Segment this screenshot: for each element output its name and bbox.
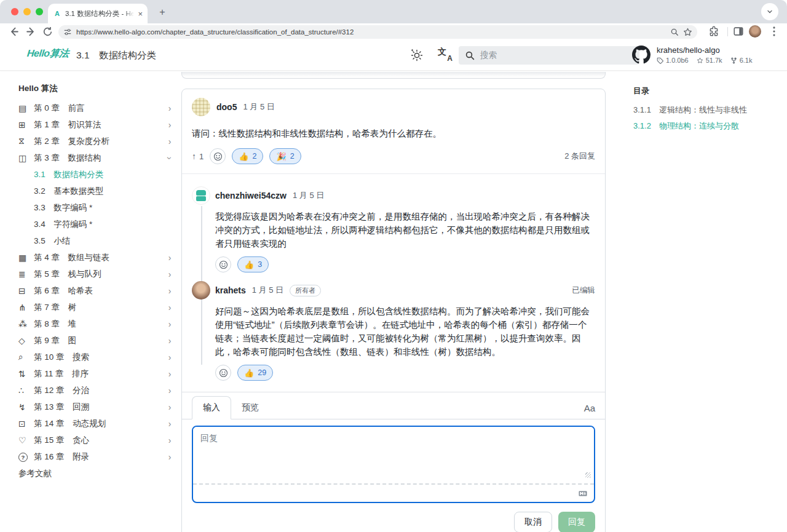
- search-input[interactable]: 搜索: [459, 46, 639, 65]
- comment-author[interactable]: doo5: [216, 102, 237, 112]
- sidebar-item-ch14[interactable]: ⊡ 第 14 章 动态规划: [18, 415, 173, 432]
- sidebar-item-ch1[interactable]: ⊞ 第 1 章 初识算法: [18, 116, 173, 133]
- sidebar-item-ch12[interactable]: ∴ 第 12 章 分治: [18, 382, 173, 399]
- site-settings-icon[interactable]: [63, 28, 72, 36]
- reaction-thumbs-up[interactable]: 👍 29: [237, 365, 273, 381]
- browser-profile-avatar[interactable]: [749, 25, 761, 38]
- sidebar-item-ch7[interactable]: ⋔ 第 7 章 树: [18, 299, 173, 316]
- reaction-thumbs-up[interactable]: 👍 2: [232, 148, 263, 164]
- upvote-button[interactable]: ↑ 1: [192, 151, 204, 161]
- add-reaction-button[interactable]: [215, 365, 231, 381]
- avatar[interactable]: [192, 186, 210, 205]
- translate-icon[interactable]: 文A: [438, 47, 453, 62]
- comment: doo5 1 月 5 日 请问：线性数据结构和非线性数据结构，哈希表为什么都存在…: [182, 89, 605, 174]
- sidebar-item-ch5[interactable]: ≣ 第 5 章 栈与队列: [18, 266, 173, 282]
- thumbs-up-icon: 👍: [244, 369, 254, 377]
- tag-icon: [657, 57, 663, 64]
- attachment-dropzone[interactable]: [193, 483, 594, 502]
- sidebar-item-ch6[interactable]: ⊟ 第 6 章 哈希表: [18, 282, 173, 299]
- sidebar-item-ch4[interactable]: ▦ 第 4 章 数组与链表: [18, 249, 173, 266]
- browser-tabstrip: A 3.1 数据结构分类 - Hello 算法 × +: [0, 0, 787, 23]
- sidebar-item-ch0[interactable]: ▤ 第 0 章 前言: [18, 100, 173, 116]
- tab-search-chevron-icon[interactable]: [761, 3, 778, 20]
- tab-close-icon[interactable]: ×: [138, 9, 143, 18]
- star-icon: [697, 57, 703, 64]
- reply-body: 好问题～这因为哈希表底层是数组，所以包含线性数据结构。而为了解决哈希冲突，我们可…: [215, 304, 595, 359]
- comment-body: 请问：线性数据结构和非线性数据结构，哈希表为什么都存在。: [192, 127, 595, 140]
- reaction-thumbs-up[interactable]: 👍 3: [237, 256, 269, 272]
- sidebar-item-3-5[interactable]: 3.5 小结: [18, 232, 173, 249]
- sidebar-item-ch2[interactable]: ⧖ 第 2 章 复杂度分析: [18, 133, 173, 149]
- browser-tab[interactable]: A 3.1 数据结构分类 - Hello 算法 ×: [48, 4, 148, 23]
- comment-date[interactable]: 1 月 5 日: [243, 101, 274, 113]
- reload-icon[interactable]: [42, 26, 53, 37]
- sidebar-item-3-1[interactable]: 3.1 数据结构分类: [18, 166, 173, 183]
- text-format-button[interactable]: Aa: [584, 403, 595, 419]
- fullscreen-window-button[interactable]: [36, 8, 43, 15]
- add-reaction-button[interactable]: [210, 148, 226, 164]
- repo-stars: 51.7k: [706, 57, 722, 64]
- theme-toggle-icon[interactable]: [409, 48, 423, 62]
- stack-icon: ≣: [18, 269, 34, 279]
- reply-submit-button[interactable]: 回复: [558, 512, 595, 532]
- site-logo[interactable]: Hello算法: [26, 47, 69, 60]
- reply-date[interactable]: 1 月 5 日: [252, 285, 283, 296]
- reply-textarea[interactable]: [193, 427, 594, 483]
- owner-badge: 所有者: [290, 285, 321, 296]
- sidebar-item-ch8[interactable]: ⁂ 第 8 章 堆: [18, 316, 173, 332]
- chevron-right-icon: [166, 137, 173, 146]
- avatar[interactable]: [192, 281, 210, 300]
- toc-item-3-1-2[interactable]: 3.1.2 物理结构：连续与分散: [633, 118, 781, 134]
- previous-comment-card-partial: [181, 72, 606, 79]
- repo-meta: 1.0.0b6 51.7k 6.1k: [657, 57, 752, 64]
- sidebar-item-ch11[interactable]: ⇅ 第 11 章 排序: [18, 365, 173, 382]
- site-favicon: A: [53, 9, 61, 18]
- sidebar-item-ch15[interactable]: ♡ 第 15 章 贪心: [18, 432, 173, 448]
- reply-author[interactable]: krahets: [215, 285, 246, 295]
- new-tab-button[interactable]: +: [155, 5, 170, 20]
- url-bar[interactable]: https://www.hello-algo.com/chapter_data_…: [58, 25, 697, 39]
- forward-icon[interactable]: [26, 26, 36, 37]
- tab-preview[interactable]: 预览: [231, 397, 269, 419]
- cancel-button[interactable]: 取消: [514, 512, 552, 532]
- sidebar-item-references[interactable]: 参考文献: [18, 465, 173, 482]
- comment-thread-card: doo5 1 月 5 日 请问：线性数据结构和非线性数据结构，哈希表为什么都存在…: [181, 89, 606, 532]
- reply-editor: [192, 426, 595, 503]
- chevron-right-icon: [166, 435, 173, 445]
- reply: krahets 1 月 5 日 所有者 已编辑 好问题～这因为哈希表底层是数组，…: [192, 281, 595, 381]
- smiley-icon: [219, 368, 228, 378]
- tab-title: 3.1 数据结构分类 - Hello 算法: [65, 9, 134, 18]
- close-window-button[interactable]: [11, 8, 18, 15]
- reaction-party[interactable]: 🎉 2: [269, 148, 301, 164]
- sidebar-item-ch3[interactable]: ◫ 第 3 章 数据结构: [18, 149, 173, 166]
- add-reaction-button[interactable]: [215, 256, 231, 272]
- sidebar-item-3-2[interactable]: 3.2 基本数据类型: [18, 183, 173, 199]
- sidebar-item-ch9[interactable]: ◇ 第 9 章 图: [18, 332, 173, 349]
- fork-icon: [730, 57, 737, 64]
- browser-menu-icon[interactable]: [769, 25, 780, 38]
- side-panel-icon[interactable]: [733, 26, 744, 37]
- reply: chenzhiwei54czw 1 月 5 日 我觉得应该是因为哈希表在没有冲突…: [192, 186, 595, 272]
- sidebar-item-ch10[interactable]: ⌕ 第 10 章 搜索: [18, 349, 173, 365]
- repo-version: 1.0.0b6: [666, 57, 689, 64]
- reply-date[interactable]: 1 月 5 日: [293, 190, 324, 201]
- tab-write[interactable]: 输入: [192, 396, 231, 419]
- resize-grip[interactable]: [585, 472, 591, 478]
- avatar[interactable]: [192, 98, 210, 116]
- chevron-right-icon: [166, 352, 173, 362]
- extensions-puzzle-icon[interactable]: [708, 26, 719, 37]
- reply-author[interactable]: chenzhiwei54czw: [215, 191, 287, 200]
- sidebar-item-3-3[interactable]: 3.3 数字编码 *: [18, 199, 173, 216]
- site-header: Hello算法 3.1 数据结构分类 文A 搜索 krahets/hello-a…: [0, 40, 787, 71]
- back-icon[interactable]: [9, 26, 19, 37]
- bookmark-star-icon[interactable]: [683, 28, 692, 37]
- toc-item-3-1-1[interactable]: 3.1.1 逻辑结构：线性与非线性: [633, 102, 781, 118]
- minimize-window-button[interactable]: [23, 8, 31, 15]
- github-repo-link[interactable]: krahets/hello-algo 1.0.0b6 51.7k 6.1k: [632, 46, 752, 64]
- sidebar-item-ch13[interactable]: ↯ 第 13 章 回溯: [18, 399, 173, 415]
- chevron-right-icon: [166, 369, 173, 379]
- sidebar-item-3-4[interactable]: 3.4 字符编码 *: [18, 216, 173, 232]
- sidebar-item-ch16[interactable]: ? 第 16 章 附录: [18, 448, 173, 465]
- zoom-page-icon[interactable]: [670, 28, 679, 36]
- chevron-right-icon: [166, 120, 173, 130]
